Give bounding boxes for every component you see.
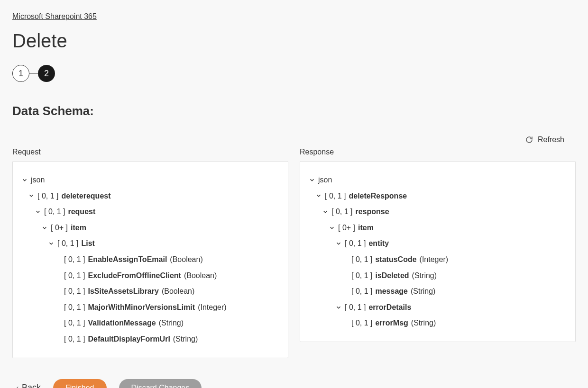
tree-leaf[interactable]: [ 0, 1 ] IsSiteAssetsLibrary (Boolean) <box>21 283 279 299</box>
node-type: (Integer) <box>198 301 226 314</box>
node-name: deleteResponse <box>349 190 407 202</box>
node-name: item <box>358 222 374 234</box>
tree-node-list[interactable]: [ 0, 1 ] List <box>21 235 279 252</box>
chevron-down-icon <box>309 177 315 183</box>
node-name: response <box>355 206 389 218</box>
node-cardinality: [ 0+ ] <box>338 222 355 234</box>
node-name: statusCode <box>375 253 416 266</box>
node-cardinality: [ 0, 1 ] <box>331 206 352 218</box>
tree-node-item[interactable]: [ 0+ ] item <box>309 220 567 236</box>
tree-node-errordetails[interactable]: [ 0, 1 ] errorDetails <box>309 299 567 316</box>
chevron-down-icon <box>335 240 342 247</box>
page-title: Delete <box>12 30 576 52</box>
tree-leaf[interactable]: [ 0, 1 ] ExcludeFromOfflineClient (Boole… <box>21 268 279 284</box>
node-cardinality: [ 0, 1 ] <box>345 301 366 314</box>
node-name: ExcludeFromOfflineClient <box>88 270 181 282</box>
response-label: Response <box>300 148 576 156</box>
node-cardinality: [ 0, 1 ] <box>64 317 85 329</box>
node-cardinality: [ 0, 1 ] <box>351 317 372 329</box>
chevron-down-icon <box>322 208 329 215</box>
node-name: IsSiteAssetsLibrary <box>88 285 158 298</box>
response-panel: json [ 0, 1 ] deleteResponse [ 0, 1 ] re… <box>300 161 576 342</box>
node-name: deleterequest <box>61 190 110 202</box>
tree-leaf[interactable]: [ 0, 1 ] isDeleted (String) <box>309 268 567 284</box>
node-cardinality: [ 0, 1 ] <box>351 270 372 282</box>
tree-leaf[interactable]: [ 0, 1 ] message (String) <box>309 283 567 299</box>
chevron-down-icon <box>41 225 48 231</box>
tree-leaf[interactable]: [ 0, 1 ] ValidationMessage (String) <box>21 315 279 331</box>
node-label: json <box>318 174 332 186</box>
request-column: Request json [ 0, 1 ] deleterequest [ 0,… <box>12 148 288 358</box>
node-name: List <box>81 237 94 250</box>
node-name: isDeleted <box>375 270 409 282</box>
section-title: Data Schema: <box>12 104 576 118</box>
finished-button[interactable]: Finished <box>53 379 106 388</box>
chevron-down-icon <box>315 192 322 199</box>
tree-node-entity[interactable]: [ 0, 1 ] entity <box>309 235 567 252</box>
chevron-down-icon <box>329 225 335 231</box>
node-cardinality: [ 0, 1 ] <box>64 333 85 345</box>
refresh-label: Refresh <box>538 135 564 144</box>
tree-node-json[interactable]: json <box>21 172 279 188</box>
request-panel: json [ 0, 1 ] deleterequest [ 0, 1 ] req… <box>12 161 288 358</box>
node-cardinality: [ 0, 1 ] <box>64 285 85 298</box>
node-type: (String) <box>173 333 198 345</box>
node-type: (Boolean) <box>162 285 194 298</box>
node-type: (Integer) <box>420 253 448 266</box>
back-label: Back <box>22 383 41 388</box>
node-cardinality: [ 0, 1 ] <box>351 253 372 266</box>
node-name: request <box>68 206 95 218</box>
tree-node-deleteresponse[interactable]: [ 0, 1 ] deleteResponse <box>309 188 567 204</box>
node-cardinality: [ 0, 1 ] <box>345 237 366 250</box>
tree-node-request[interactable]: [ 0, 1 ] request <box>21 204 279 220</box>
node-name: DefaultDisplayFormUrl <box>88 333 170 345</box>
node-name: EnableAssignToEmail <box>88 253 167 266</box>
node-type: (String) <box>159 317 184 329</box>
node-type: (String) <box>411 317 436 329</box>
chevron-down-icon <box>28 192 35 199</box>
node-name: item <box>71 222 86 234</box>
discard-changes-button[interactable]: Discard Changes <box>119 379 202 388</box>
tree-leaf[interactable]: [ 0, 1 ] DefaultDisplayFormUrl (String) <box>21 331 279 347</box>
request-label: Request <box>12 148 288 156</box>
chevron-down-icon <box>48 240 55 247</box>
step-1[interactable]: 1 <box>12 65 29 82</box>
node-cardinality: [ 0, 1 ] <box>57 237 78 250</box>
chevron-down-icon <box>335 304 342 311</box>
node-cardinality: [ 0, 1 ] <box>64 301 85 314</box>
tree-node-response[interactable]: [ 0, 1 ] response <box>309 204 567 220</box>
tree-leaf[interactable]: [ 0, 1 ] EnableAssignToEmail (Boolean) <box>21 252 279 268</box>
node-cardinality: [ 0, 1 ] <box>64 253 85 266</box>
stepper: 1 2 <box>12 65 576 82</box>
node-cardinality: [ 0, 1 ] <box>64 270 85 282</box>
tree-leaf[interactable]: [ 0, 1 ] MajorWithMinorVersionsLimit (In… <box>21 299 279 316</box>
breadcrumb-link[interactable]: Microsoft Sharepoint 365 <box>12 12 97 20</box>
chevron-down-icon <box>21 177 28 183</box>
refresh-button[interactable]: Refresh <box>525 135 564 144</box>
node-type: (Boolean) <box>170 253 202 266</box>
step-2[interactable]: 2 <box>38 65 55 82</box>
chevron-left-icon <box>15 385 20 388</box>
node-label: json <box>31 174 45 186</box>
tree-node-deleterequest[interactable]: [ 0, 1 ] deleterequest <box>21 188 279 204</box>
response-column: Response json [ 0, 1 ] deleteResponse [ … <box>300 148 576 358</box>
tree-leaf[interactable]: [ 0, 1 ] errorMsg (String) <box>309 315 567 331</box>
node-name: entity <box>368 237 389 250</box>
node-cardinality: [ 0, 1 ] <box>351 285 372 298</box>
node-name: ValidationMessage <box>88 317 156 329</box>
tree-leaf[interactable]: [ 0, 1 ] statusCode (Integer) <box>309 252 567 268</box>
tree-node-item[interactable]: [ 0+ ] item <box>21 220 279 236</box>
node-name: message <box>375 285 408 298</box>
back-button[interactable]: Back <box>15 383 41 388</box>
node-type: (String) <box>412 270 437 282</box>
node-name: errorMsg <box>375 317 408 329</box>
node-cardinality: [ 0+ ] <box>51 222 68 234</box>
node-type: (String) <box>411 285 435 298</box>
node-type: (Boolean) <box>184 270 217 282</box>
chevron-down-icon <box>35 208 41 215</box>
footer: Back Finished Discard Changes <box>12 379 576 388</box>
tree-node-json[interactable]: json <box>309 172 567 188</box>
node-cardinality: [ 0, 1 ] <box>325 190 346 202</box>
node-name: MajorWithMinorVersionsLimit <box>88 301 195 314</box>
node-cardinality: [ 0, 1 ] <box>44 206 65 218</box>
